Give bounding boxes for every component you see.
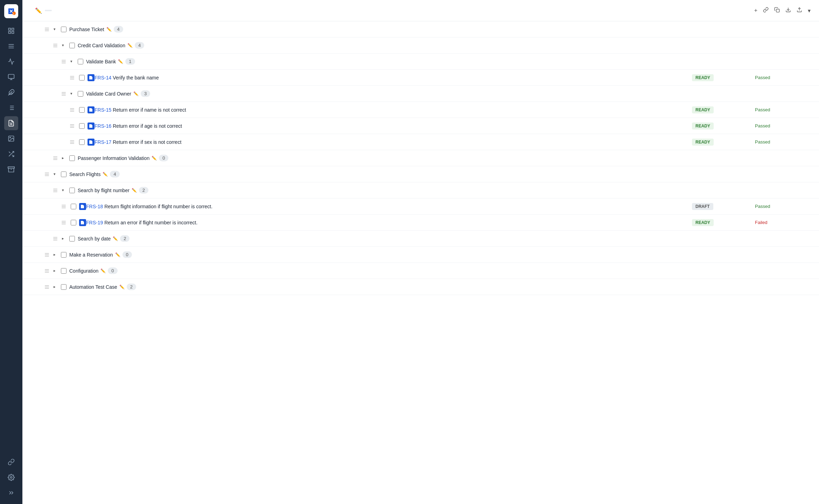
copy-test-icon[interactable] — [797, 122, 804, 130]
collapse-row-icon[interactable] — [799, 90, 806, 98]
toggle-btn[interactable]: ▾ — [51, 171, 58, 178]
delete-row-icon[interactable] — [782, 170, 789, 178]
copy-test-icon[interactable] — [797, 106, 804, 114]
test-checkbox[interactable] — [79, 107, 85, 113]
group-checkbox[interactable] — [78, 91, 83, 97]
group-checkbox[interactable] — [69, 236, 75, 241]
add-row-icon[interactable]: + — [758, 283, 764, 291]
drag-handle[interactable] — [45, 269, 51, 273]
sidebar-item-monitor[interactable] — [4, 70, 18, 84]
sidebar-item-archive[interactable] — [4, 162, 18, 176]
more-row-icon[interactable]: ▾ — [807, 41, 812, 50]
move-row-icon[interactable] — [790, 251, 797, 259]
sidebar-item-puzzle[interactable] — [4, 85, 18, 99]
test-checkbox[interactable] — [79, 123, 85, 129]
add-row-icon[interactable]: + — [758, 41, 764, 49]
group-edit-icon[interactable]: ✏️ — [115, 252, 120, 257]
remove-test-icon[interactable]: ✕ — [805, 218, 812, 227]
group-edit-icon[interactable]: ✏️ — [106, 27, 112, 32]
copy-row-icon[interactable] — [774, 154, 780, 162]
drag-handle[interactable] — [70, 108, 76, 112]
add-button[interactable]: + — [753, 6, 759, 15]
delete-row-icon[interactable] — [782, 41, 789, 49]
toggle-btn[interactable]: ▾ — [68, 90, 75, 97]
more-row-icon[interactable]: ▾ — [807, 186, 812, 195]
drag-handle[interactable] — [70, 76, 76, 79]
group-checkbox[interactable] — [78, 59, 83, 64]
group-checkbox[interactable] — [61, 172, 66, 177]
delete-row-icon[interactable] — [782, 283, 789, 291]
collapse-row-icon[interactable] — [799, 170, 806, 178]
toggle-btn[interactable]: ▸ — [59, 155, 66, 162]
drag-handle[interactable] — [45, 173, 51, 176]
copy-row-icon[interactable] — [774, 186, 780, 194]
group-checkbox[interactable] — [61, 252, 66, 258]
drag-handle[interactable] — [53, 44, 59, 47]
group-edit-icon[interactable]: ✏️ — [118, 59, 123, 64]
collapse-row-icon[interactable] — [799, 57, 806, 65]
remove-test-icon[interactable]: ✕ — [805, 74, 812, 82]
more-row-icon[interactable]: ▾ — [807, 170, 812, 178]
delete-row-icon[interactable] — [782, 267, 789, 275]
copy-row-icon[interactable] — [774, 234, 780, 243]
add-row-icon[interactable]: + — [758, 186, 764, 194]
toggle-btn[interactable]: ▾ — [59, 187, 66, 194]
delete-row-icon[interactable] — [782, 154, 789, 162]
delete-row-icon[interactable] — [782, 90, 789, 98]
drag-handle[interactable] — [62, 221, 68, 224]
group-edit-icon[interactable]: ✏️ — [103, 172, 108, 177]
add-row-icon[interactable]: + — [758, 154, 764, 162]
test-checkbox[interactable] — [71, 204, 76, 209]
more-row-icon[interactable]: ▾ — [807, 267, 812, 275]
settings-icon[interactable] — [4, 470, 18, 484]
move-row-icon[interactable] — [790, 25, 797, 33]
toggle-btn[interactable]: ▸ — [59, 235, 66, 242]
drag-handle[interactable] — [62, 92, 68, 96]
delete-row-icon[interactable] — [782, 251, 789, 259]
remove-test-icon[interactable]: ✕ — [805, 202, 812, 211]
collapse-row-icon[interactable] — [799, 186, 806, 194]
group-edit-icon[interactable]: ✏️ — [119, 285, 125, 289]
link-row-icon[interactable] — [765, 267, 772, 275]
move-row-icon[interactable] — [790, 154, 797, 162]
test-checkbox[interactable] — [79, 75, 85, 80]
link-row-icon[interactable] — [765, 25, 772, 33]
export-button[interactable] — [795, 6, 804, 15]
drag-handle[interactable] — [70, 124, 76, 128]
more-row-icon[interactable]: ▾ — [807, 234, 812, 243]
group-edit-icon[interactable]: ✏️ — [132, 188, 137, 193]
sidebar-item-list[interactable] — [4, 39, 18, 53]
drag-handle[interactable] — [45, 253, 51, 257]
frs-link[interactable]: FRS-15 — [94, 107, 111, 113]
group-edit-icon[interactable]: ✏️ — [100, 268, 106, 273]
copy-button[interactable] — [773, 6, 781, 15]
copy-test-icon[interactable] — [797, 74, 804, 82]
frs-link[interactable]: FRS-14 — [94, 75, 111, 80]
toggle-btn[interactable]: ▸ — [51, 251, 58, 258]
link-row-icon[interactable] — [765, 154, 772, 162]
drag-handle[interactable] — [62, 205, 68, 208]
test-checkbox[interactable] — [79, 139, 85, 145]
copy-test-icon[interactable] — [797, 202, 804, 210]
collapse-row-icon[interactable] — [799, 267, 806, 275]
more-row-icon[interactable]: ▾ — [807, 154, 812, 162]
remove-test-icon[interactable]: ✕ — [805, 106, 812, 114]
test-checkbox[interactable] — [71, 220, 76, 225]
group-checkbox[interactable] — [61, 284, 66, 290]
chevron-expand-icon[interactable] — [4, 486, 18, 500]
delete-row-icon[interactable] — [782, 234, 789, 243]
link-row-icon[interactable] — [765, 41, 772, 49]
copy-row-icon[interactable] — [774, 41, 780, 49]
drag-handle[interactable] — [70, 140, 76, 144]
more-button[interactable]: ▾ — [806, 6, 812, 15]
sidebar-item-chart[interactable] — [4, 55, 18, 69]
sidebar-item-shuffle[interactable] — [4, 147, 18, 161]
frs-link[interactable]: FRS-17 — [94, 139, 111, 145]
add-row-icon[interactable]: + — [758, 25, 764, 33]
collapse-row-icon[interactable] — [799, 251, 806, 259]
move-row-icon[interactable] — [790, 90, 797, 98]
group-edit-icon[interactable]: ✏️ — [113, 236, 118, 241]
toggle-btn[interactable]: ▾ — [51, 26, 58, 33]
delete-row-icon[interactable] — [782, 25, 789, 33]
sidebar-item-reqs[interactable] — [4, 101, 18, 115]
